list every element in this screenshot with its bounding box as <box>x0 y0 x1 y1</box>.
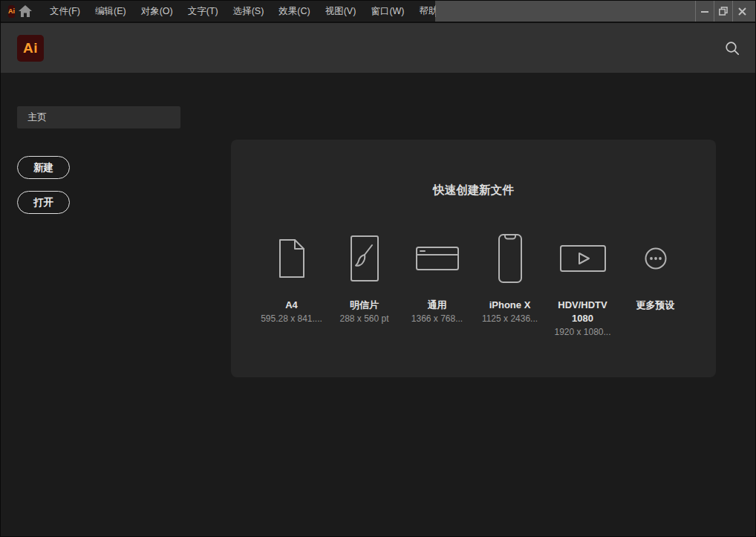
illustrator-window: Ai 文件(F) 编辑(E) 对象(O) 文字(T) 选择(S) 效果(C) 视… <box>0 0 756 537</box>
illustrator-logo-label: Ai <box>23 40 38 56</box>
close-icon <box>738 7 746 16</box>
menu-effect[interactable]: 效果(C) <box>276 1 312 22</box>
preset-name: 通用 <box>403 299 472 312</box>
app-icon: Ai <box>8 5 15 18</box>
app-header: Ai <box>1 23 755 73</box>
document-icon <box>278 226 305 291</box>
open-file-button[interactable]: 打开 <box>17 191 70 214</box>
quick-create-panel: 快速创建新文件 A4 595.28 x 841.... <box>231 140 716 377</box>
menu-file[interactable]: 文件(F) <box>48 1 82 22</box>
phone-icon <box>498 226 522 291</box>
restore-button[interactable] <box>714 1 732 22</box>
search-button[interactable] <box>724 40 740 56</box>
preset-name: 更多预设 <box>622 299 690 312</box>
home-icon <box>19 5 32 17</box>
menu-select[interactable]: 选择(S) <box>231 1 267 22</box>
postcard-brush-icon <box>350 226 379 291</box>
preset-card-more[interactable]: 更多预设 <box>619 226 692 339</box>
sidebar-item-home[interactable]: 主页 <box>17 106 180 128</box>
video-play-icon <box>560 226 606 291</box>
preset-dimensions: 1920 x 1080... <box>554 325 610 339</box>
window-controls <box>695 1 751 22</box>
home-screen: 主页 新建 打开 快速创建新文件 A4 595.28 x 841.... <box>1 73 755 536</box>
preset-name: 明信片 <box>330 299 399 312</box>
preset-card-iphone-x[interactable]: iPhone X 1125 x 2436... <box>474 226 547 339</box>
preset-card-postcard[interactable]: 明信片 288 x 560 pt <box>328 226 401 339</box>
titlebar-menu-area: Ai 文件(F) 编辑(E) 对象(O) 文字(T) 选择(S) 效果(C) 视… <box>1 1 435 22</box>
menu-window[interactable]: 窗口(W) <box>368 1 406 22</box>
browser-icon <box>416 226 459 291</box>
preset-card-hdv[interactable]: HDV/HDTV 1080 1920 x 1080... <box>547 226 619 339</box>
menu-view[interactable]: 视图(V) <box>323 1 359 22</box>
restore-icon <box>719 7 728 16</box>
sidebar-item-home-label: 主页 <box>27 111 47 123</box>
preset-name: A4 <box>258 299 326 312</box>
preset-dimensions: 1366 x 768... <box>411 312 463 325</box>
preset-dimensions: 595.28 x 841.... <box>261 312 322 325</box>
preset-name: HDV/HDTV 1080 <box>549 299 617 325</box>
more-presets-icon <box>645 226 667 291</box>
app-icon-label: Ai <box>8 7 15 15</box>
illustrator-logo: Ai <box>17 35 44 62</box>
minimize-icon <box>701 7 708 15</box>
preset-card-web[interactable]: 通用 1366 x 768... <box>401 226 474 339</box>
menu-edit[interactable]: 编辑(E) <box>93 1 128 22</box>
menu-type[interactable]: 文字(T) <box>186 1 221 22</box>
preset-dimensions: 288 x 560 pt <box>339 312 388 325</box>
titlebar-drag-area <box>435 1 755 22</box>
minimize-button[interactable] <box>695 1 714 22</box>
preset-card-a4[interactable]: A4 595.28 x 841.... <box>255 226 328 339</box>
preset-dimensions: 1125 x 2436... <box>482 312 538 325</box>
quick-create-title: 快速创建新文件 <box>231 183 716 198</box>
new-file-button[interactable]: 新建 <box>17 156 70 179</box>
home-button[interactable] <box>19 1 32 22</box>
titlebar: Ai 文件(F) 编辑(E) 对象(O) 文字(T) 选择(S) 效果(C) 视… <box>1 1 755 23</box>
preset-cards: A4 595.28 x 841.... 明信片 288 x 560 pt <box>231 226 716 339</box>
close-button[interactable] <box>732 1 751 22</box>
menu-object[interactable]: 对象(O) <box>139 1 175 22</box>
preset-name: iPhone X <box>476 299 544 312</box>
search-icon <box>725 41 740 56</box>
menubar: 文件(F) 编辑(E) 对象(O) 文字(T) 选择(S) 效果(C) 视图(V… <box>48 1 453 22</box>
